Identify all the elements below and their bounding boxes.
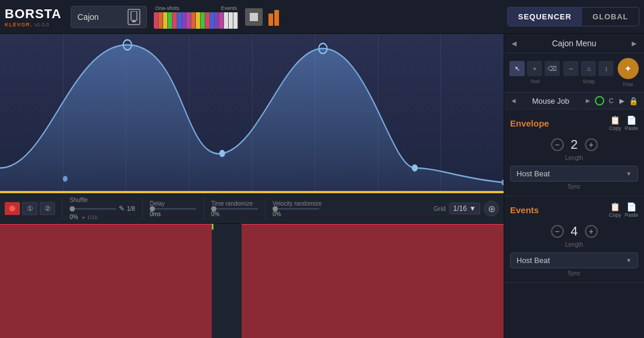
transport-btn-2[interactable]: ② xyxy=(40,202,55,215)
shuffle-sub-row: 0% ▸ 1/16 xyxy=(70,214,135,220)
oneshots-label: One-shots xyxy=(155,5,180,11)
events-length-plus[interactable]: + xyxy=(585,225,598,238)
piano-keys[interactable] xyxy=(154,12,238,29)
events-section: Events 📋 Copy 📄 Paste − 4 + Length xyxy=(504,196,644,283)
envelope-paste-label: Paste xyxy=(625,125,638,131)
logo-area: BORSTA KLEVGR. v1.0.0 xyxy=(5,6,61,28)
delay-slider[interactable] xyxy=(150,208,197,210)
piano-key-orange[interactable] xyxy=(159,12,163,29)
arrow-tool-button[interactable]: ↖ xyxy=(509,61,525,76)
piano-key-red2[interactable] xyxy=(173,12,177,29)
plus-tool-button[interactable]: + xyxy=(527,61,542,76)
piano-key-blue2[interactable] xyxy=(210,12,215,29)
cajon-menu-right-arrow[interactable]: ► xyxy=(630,39,638,48)
piano-key-yellow[interactable] xyxy=(163,12,168,29)
transport-buttons: ① ② xyxy=(5,202,55,215)
piano-key-pink2[interactable] xyxy=(219,12,224,29)
envelope-copy-paste: 📋 Copy 📄 Paste xyxy=(609,115,638,131)
event-marker xyxy=(212,224,213,230)
envelope-paste-button[interactable]: 📄 Paste xyxy=(625,115,638,131)
envelope-copy-button[interactable]: 📋 Copy xyxy=(609,115,621,131)
piano-key-white2[interactable] xyxy=(229,12,233,29)
instrument-selector[interactable]: Cajon xyxy=(71,6,147,28)
divider-2 xyxy=(142,198,143,219)
global-button[interactable]: GLOBAL xyxy=(582,8,639,26)
stop-button[interactable] xyxy=(245,8,263,26)
pattern-left-arrow[interactable]: ◄ xyxy=(510,97,517,105)
piano-key-red3[interactable] xyxy=(205,12,210,29)
tool-icons: ↖ + ⌫ xyxy=(509,61,560,76)
grid-dropdown-arrow: ▼ xyxy=(469,204,476,213)
cajon-menu-left-arrow[interactable]: ◄ xyxy=(510,39,518,48)
grid-select[interactable]: 1/16 ▼ xyxy=(449,203,480,214)
record-button[interactable] xyxy=(5,202,20,215)
fine-button[interactable]: ✦ xyxy=(618,58,639,79)
envelope-length-label: Length xyxy=(510,155,638,161)
shuffle-control: Shuffle ✎ 1/8 0% ▸ 1/16 xyxy=(70,197,135,220)
event-block-1[interactable] xyxy=(0,224,212,338)
snap-home-button[interactable]: ⌂ xyxy=(581,61,596,76)
events-copy-button[interactable]: 📋 Copy xyxy=(609,202,621,218)
progress-bar xyxy=(0,191,504,193)
shuffle-slider[interactable] xyxy=(70,208,116,210)
events-dropdown-arrow: ▼ xyxy=(626,257,632,264)
piano-key-blue[interactable] xyxy=(177,12,182,29)
tool-group: ↖ + ⌫ Tool xyxy=(509,61,560,84)
envelope-copy-label: Copy xyxy=(609,125,621,131)
time-randomize-value: 0% xyxy=(211,211,258,217)
envelope-length-value: 2 xyxy=(569,137,580,152)
velocity-randomize-slider[interactable] xyxy=(273,208,319,210)
grid-control: Grid 1/16 ▼ ⊕ xyxy=(433,201,499,216)
pattern-status-circle[interactable] xyxy=(595,96,604,105)
envelope-display[interactable] xyxy=(0,34,504,193)
envelope-length-minus[interactable]: − xyxy=(551,138,564,151)
piano-key-green2[interactable] xyxy=(201,12,205,29)
envelope-length-plus[interactable]: + xyxy=(585,138,598,151)
piano-key-purple[interactable] xyxy=(182,12,187,29)
delay-value: 0ms xyxy=(150,211,197,217)
time-randomize-slider[interactable] xyxy=(211,208,258,210)
snap-label: Snap xyxy=(583,78,595,84)
event-block-2[interactable] xyxy=(242,224,504,338)
piano-key-green[interactable] xyxy=(168,12,173,29)
piano-key-purple2[interactable] xyxy=(215,12,219,29)
snap-up-button[interactable]: ↕ xyxy=(598,61,614,76)
events-area[interactable] xyxy=(0,224,504,338)
piano-key-orange2[interactable] xyxy=(191,12,196,29)
sequencer-button[interactable]: SEQUENCER xyxy=(508,8,582,26)
erase-tool-button[interactable]: ⌫ xyxy=(545,61,560,76)
divider-3 xyxy=(204,198,204,219)
pattern-lock-icon[interactable]: 🔒 xyxy=(629,97,638,105)
time-randomize-control: Time randomize 0% xyxy=(211,200,258,217)
piano-key-white3[interactable] xyxy=(233,12,238,29)
pattern-name: Mouse Job xyxy=(521,97,581,105)
level-bars xyxy=(267,6,280,28)
time-randomize-row xyxy=(211,208,258,210)
pattern-c-button[interactable]: C xyxy=(608,97,615,104)
events-section-header: Events 📋 Copy 📄 Paste xyxy=(510,202,638,218)
paste-icon: 📄 xyxy=(626,115,636,125)
events-length-row: − 4 + xyxy=(510,224,638,239)
pattern-right-arrow[interactable]: ► xyxy=(584,97,591,105)
record-icon xyxy=(9,206,15,211)
events-sync-dropdown[interactable]: Host Beat ▼ xyxy=(510,252,638,268)
envelope-title: Envelope xyxy=(510,118,549,128)
piano-key-pink[interactable] xyxy=(187,12,191,29)
add-pattern-button[interactable]: ⊕ xyxy=(484,201,499,216)
instrument-icon xyxy=(128,9,140,25)
envelope-length-row: − 2 + xyxy=(510,137,638,152)
piano-key-red[interactable] xyxy=(154,12,159,29)
snap-left-button[interactable]: ↔ xyxy=(563,61,578,76)
events-paste-button[interactable]: 📄 Paste xyxy=(625,202,638,218)
piano-key-yellow2[interactable] xyxy=(196,12,201,29)
events-length-label: Length xyxy=(510,241,638,248)
envelope-sync-dropdown[interactable]: Host Beat ▼ xyxy=(510,166,638,182)
svg-rect-1 xyxy=(132,21,136,22)
events-paste-icon: 📄 xyxy=(626,202,636,211)
pattern-play-button[interactable]: ▶ xyxy=(618,97,625,105)
piano-key-white[interactable] xyxy=(224,12,229,29)
transport-btn-1[interactable]: ① xyxy=(22,202,37,215)
time-randomize-thumb xyxy=(211,206,216,211)
events-length-minus[interactable]: − xyxy=(551,225,564,238)
cajon-menu-bar: ◄ Cajon Menu ► xyxy=(504,34,644,53)
